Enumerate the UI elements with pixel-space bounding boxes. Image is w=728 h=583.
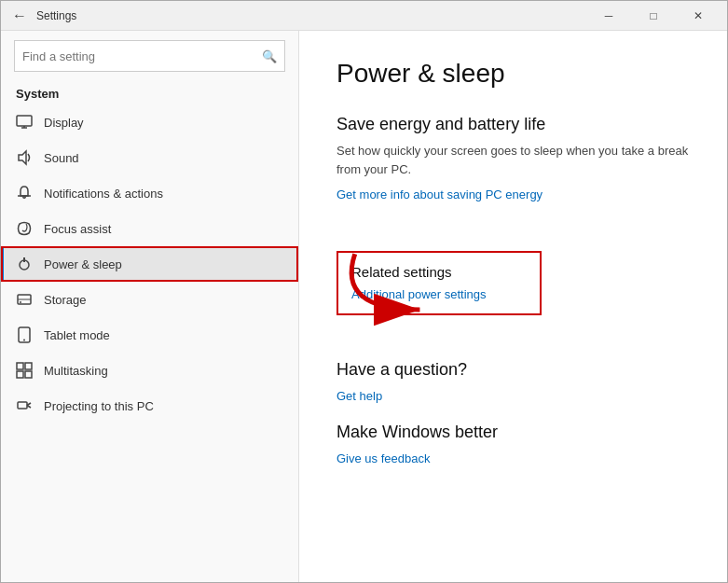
main-content: Power & sleep Save energy and battery li… bbox=[299, 31, 727, 582]
make-better-heading: Make Windows better bbox=[337, 423, 690, 442]
svg-point-9 bbox=[20, 301, 21, 303]
svg-rect-15 bbox=[25, 371, 32, 378]
svg-rect-0 bbox=[17, 116, 32, 126]
close-button[interactable]: ✕ bbox=[677, 1, 720, 31]
window-controls: ─ □ ✕ bbox=[587, 1, 720, 31]
search-box[interactable]: 🔍 bbox=[14, 40, 285, 72]
projecting-label: Projecting to this PC bbox=[44, 399, 154, 413]
display-label: Display bbox=[44, 116, 84, 130]
storage-icon bbox=[16, 291, 33, 308]
power-icon bbox=[16, 256, 33, 272]
have-question-section: Have a question? Get help bbox=[337, 360, 690, 404]
sound-icon bbox=[16, 149, 33, 166]
tablet-label: Tablet mode bbox=[44, 328, 110, 342]
minimize-button[interactable]: ─ bbox=[587, 1, 630, 31]
have-question-heading: Have a question? bbox=[337, 360, 690, 380]
additional-power-settings-link[interactable]: Additional power settings bbox=[351, 287, 487, 301]
sidebar-item-multitasking[interactable]: Multitasking bbox=[1, 353, 298, 388]
sound-label: Sound bbox=[44, 151, 79, 165]
save-energy-link[interactable]: Get more info about saving PC energy bbox=[337, 187, 543, 201]
related-settings-section: Related settings Additional power settin… bbox=[337, 251, 542, 315]
titlebar: ← Settings ─ □ ✕ bbox=[1, 1, 727, 31]
sidebar-item-projecting[interactable]: Projecting to this PC bbox=[1, 388, 298, 423]
sidebar-item-storage[interactable]: Storage bbox=[1, 282, 298, 317]
section-label: System bbox=[1, 81, 298, 104]
search-input[interactable] bbox=[22, 49, 262, 63]
multitasking-label: Multitasking bbox=[44, 364, 108, 378]
page-title: Power & sleep bbox=[337, 59, 690, 89]
focus-icon bbox=[16, 220, 33, 237]
settings-window: ← Settings ─ □ ✕ 🔍 System bbox=[0, 0, 728, 583]
sidebar-item-power[interactable]: Power & sleep bbox=[1, 246, 298, 282]
sidebar-item-notifications[interactable]: Notifications & actions bbox=[1, 175, 298, 211]
maximize-button[interactable]: □ bbox=[632, 1, 675, 31]
sidebar-item-focus[interactable]: Focus assist bbox=[1, 211, 298, 246]
save-energy-section: Save energy and battery life Set how qui… bbox=[337, 115, 690, 202]
save-energy-desc: Set how quickly your screen goes to slee… bbox=[337, 142, 690, 178]
storage-label: Storage bbox=[44, 293, 87, 307]
multitasking-icon bbox=[16, 362, 33, 379]
svg-point-11 bbox=[23, 340, 25, 341]
sidebar-item-display[interactable]: Display bbox=[1, 104, 298, 140]
notifications-icon bbox=[16, 185, 33, 201]
notifications-label: Notifications & actions bbox=[44, 187, 163, 201]
back-button[interactable]: ← bbox=[8, 5, 31, 27]
svg-rect-14 bbox=[17, 371, 23, 378]
get-help-link[interactable]: Get help bbox=[337, 389, 382, 403]
svg-rect-13 bbox=[25, 363, 32, 369]
content-area: 🔍 System Display bbox=[1, 31, 727, 582]
focus-label: Focus assist bbox=[44, 222, 111, 236]
svg-rect-12 bbox=[17, 363, 23, 369]
display-icon bbox=[16, 114, 33, 131]
make-better-section: Make Windows better Give us feedback bbox=[337, 423, 690, 466]
search-icon: 🔍 bbox=[262, 49, 277, 63]
power-label: Power & sleep bbox=[44, 257, 122, 271]
save-energy-heading: Save energy and battery life bbox=[337, 115, 690, 134]
window-title: Settings bbox=[36, 9, 587, 22]
svg-rect-16 bbox=[18, 402, 27, 409]
sidebar-item-sound[interactable]: Sound bbox=[1, 140, 298, 175]
sidebar-item-tablet[interactable]: Tablet mode bbox=[1, 317, 298, 353]
projecting-icon bbox=[16, 397, 33, 414]
give-feedback-link[interactable]: Give us feedback bbox=[337, 451, 430, 465]
svg-marker-3 bbox=[19, 151, 26, 164]
sidebar: 🔍 System Display bbox=[1, 31, 299, 582]
related-settings-heading: Related settings bbox=[351, 264, 527, 280]
tablet-icon bbox=[16, 326, 33, 343]
